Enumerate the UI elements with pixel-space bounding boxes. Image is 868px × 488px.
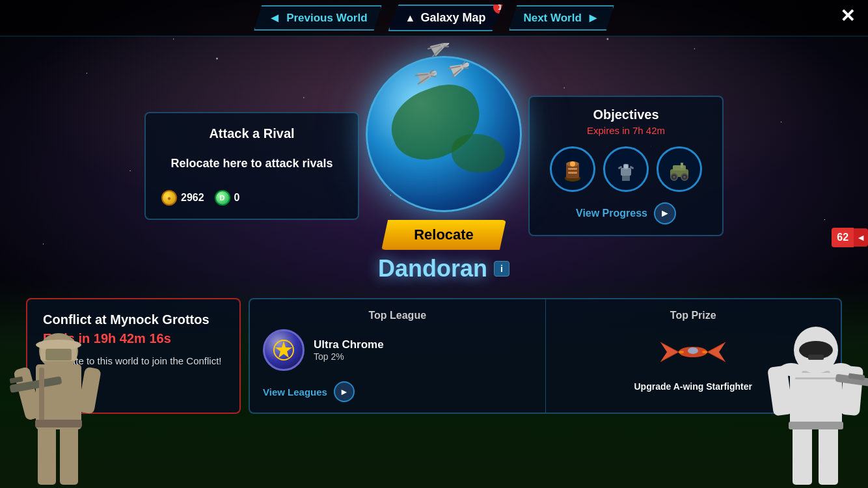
side-notif-chevron: ◄ (854, 228, 868, 247)
league-rank: Top 2% (314, 351, 384, 362)
stormtrooper-svg (764, 280, 868, 488)
league-medal (263, 329, 305, 371)
leagues-arrow-icon: ► (334, 381, 355, 402)
prev-world-label: Previous World (286, 12, 367, 25)
next-arrow-icon: ► (587, 10, 600, 25)
rebel-soldier-svg (0, 280, 117, 488)
svg-point-23 (570, 161, 575, 167)
galaxy-map-badge: 1 (493, 1, 506, 14)
svg-marker-1 (430, 43, 453, 57)
svg-rect-74 (793, 426, 812, 485)
svg-marker-38 (275, 341, 292, 358)
world-name: Dandoran (378, 255, 487, 282)
galaxy-map-label: Galaxy Map (420, 11, 485, 25)
attack-panel: Attack a Rival Relocate here to attack r… (144, 112, 359, 220)
planet-container: Relocate Dandoran i (353, 49, 535, 282)
objectives-panel: Objectives Expires in 7h 42m (528, 96, 724, 236)
svg-point-44 (702, 351, 707, 353)
svg-rect-36 (681, 163, 683, 168)
galaxy-map-button[interactable]: ▲ Galaxy Map 1 (388, 5, 503, 31)
svg-rect-61 (35, 420, 82, 427)
svg-point-52 (36, 340, 81, 350)
prev-arrow-icon: ◄ (268, 10, 281, 25)
crystals-value: 0 (234, 192, 240, 204)
character-right (764, 280, 868, 488)
crystals-resource: D 0 (215, 190, 240, 206)
objectives-title: Objectives (543, 107, 709, 122)
next-world-label: Next World (523, 12, 581, 25)
character-left (0, 280, 117, 488)
league-prize-panel: Top League Ultra Chrome Top 2% (249, 298, 842, 414)
obj-icon-3 (657, 146, 702, 192)
objectives-icons (543, 146, 709, 192)
svg-marker-41 (707, 342, 726, 362)
prev-world-button[interactable]: ◄ Previous World (254, 5, 381, 31)
view-leagues-label: View Leagues (263, 386, 327, 398)
spaceships-svg (398, 43, 489, 102)
svg-point-72 (780, 363, 803, 376)
coins-value: 2962 (181, 192, 204, 204)
world-name-section: Dandoran i (378, 255, 509, 282)
side-notif-count: 62 (832, 228, 854, 247)
attack-description: Relocate here to attack rivals (161, 157, 342, 170)
svg-rect-67 (808, 355, 824, 360)
svg-point-35 (683, 176, 686, 178)
svg-rect-75 (819, 426, 838, 485)
side-notification[interactable]: 62 ◄ (832, 228, 868, 247)
resources-row: ● 2962 D 0 (161, 190, 342, 206)
top-bar: ◄ Previous World ▲ Galaxy Map 1 Next Wor… (0, 0, 868, 36)
svg-point-43 (679, 351, 684, 353)
obj-icon-1 (550, 146, 595, 192)
obj-turret-svg (612, 155, 640, 183)
rebel-symbol-svg (272, 338, 295, 362)
attack-title: Attack a Rival (161, 126, 342, 141)
main-content: Attack a Rival Relocate here to attack r… (0, 36, 868, 488)
world-info-button[interactable]: i (494, 261, 509, 277)
svg-point-42 (688, 347, 698, 354)
league-section: Top League Ultra Chrome Top 2% (250, 299, 546, 413)
svg-rect-78 (789, 422, 843, 429)
relocate-button[interactable]: Relocate (381, 220, 506, 250)
awing-svg (654, 329, 732, 375)
svg-point-27 (624, 165, 628, 169)
league-info: Ultra Chrome Top 2% (263, 329, 532, 371)
view-leagues-button[interactable]: View Leagues ► (263, 381, 532, 402)
obj-building-1-svg (558, 155, 587, 183)
league-title: Top League (263, 310, 532, 321)
league-name: Ultra Chrome (314, 338, 384, 351)
next-world-button[interactable]: Next World ► (509, 5, 614, 31)
league-text: Ultra Chrome Top 2% (314, 338, 384, 362)
planet-section: Attack a Rival Relocate here to attack r… (0, 36, 868, 295)
bottom-panels: Conflict at Mynock Grottos Ends in 19h 4… (0, 298, 868, 414)
svg-marker-40 (660, 342, 679, 362)
svg-rect-22 (568, 172, 577, 174)
obj-vehicle-svg (665, 155, 694, 183)
coin-icon: ● (161, 190, 177, 206)
objectives-expires: Expires in 7h 42m (543, 125, 709, 136)
galaxy-map-icon: ▲ (405, 12, 416, 24)
view-progress-button[interactable]: View Progress ► (543, 202, 709, 224)
svg-rect-21 (568, 168, 577, 170)
svg-rect-57 (60, 426, 78, 485)
close-button[interactable]: ✕ (840, 5, 855, 27)
svg-rect-60 (39, 368, 44, 426)
svg-rect-56 (38, 426, 56, 485)
crystal-icon: D (215, 190, 230, 206)
svg-rect-64 (795, 377, 837, 379)
coins-resource: ● 2962 (161, 190, 204, 206)
svg-point-34 (673, 176, 675, 178)
obj-icon-2 (603, 146, 649, 192)
progress-arrow-icon: ► (654, 202, 676, 224)
view-progress-label: View Progress (576, 208, 647, 219)
svg-rect-53 (46, 349, 72, 360)
svg-rect-31 (673, 165, 686, 170)
